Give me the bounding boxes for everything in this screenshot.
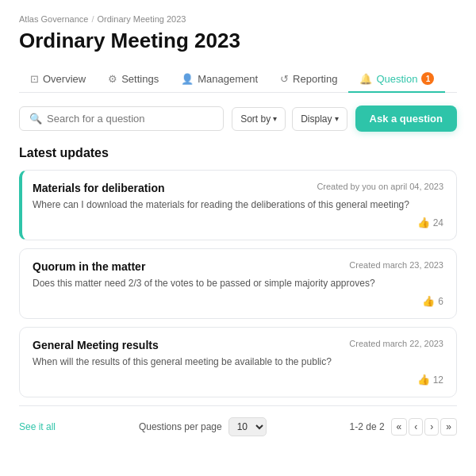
question-card-3: General Meeting results Created march 22… bbox=[19, 327, 457, 397]
sort-chevron-icon: ▾ bbox=[273, 114, 277, 123]
sort-display-group: Sort by ▾ Display ▾ bbox=[232, 107, 347, 131]
like-count-2: 6 bbox=[438, 296, 443, 307]
question-body-2: Does this matter need 2/3 of the votes t… bbox=[33, 276, 443, 290]
question-icon: 🔔 bbox=[359, 73, 372, 85]
question-card-2: Quorum in the matter Created march 23, 2… bbox=[19, 248, 457, 319]
see-all-link[interactable]: See it all bbox=[19, 421, 56, 432]
question-header-2: Quorum in the matter Created march 23, 2… bbox=[33, 260, 443, 273]
display-button[interactable]: Display ▾ bbox=[292, 107, 347, 131]
question-meta-2: Created march 23, 2023 bbox=[349, 260, 443, 270]
breadcrumb-current: Ordinary Meeting 2023 bbox=[98, 14, 186, 24]
tab-overview-label: Overview bbox=[43, 73, 86, 85]
last-page-button[interactable]: » bbox=[440, 418, 457, 436]
like-icon-3[interactable]: 👍 bbox=[417, 374, 430, 386]
question-title-1: Materials for deliberation bbox=[33, 182, 164, 194]
search-box[interactable]: 🔍 bbox=[19, 106, 224, 131]
breadcrumb-parent[interactable]: Atlas Governance bbox=[19, 14, 88, 24]
question-card-1: Materials for deliberation Created by yo… bbox=[19, 170, 457, 240]
per-page-select[interactable]: 5 10 25 50 bbox=[228, 417, 267, 436]
question-footer-2: 👍 6 bbox=[33, 295, 443, 307]
question-footer-1: 👍 24 bbox=[33, 217, 443, 228]
next-page-button[interactable]: › bbox=[424, 418, 439, 436]
search-icon: 🔍 bbox=[29, 113, 42, 125]
search-input[interactable] bbox=[47, 113, 213, 125]
tab-question[interactable]: 🔔 Question 1 bbox=[348, 66, 445, 93]
first-page-button[interactable]: « bbox=[391, 418, 408, 436]
breadcrumb: Atlas Governance / Ordinary Meeting 2023 bbox=[19, 14, 457, 24]
page-nav: 1-2 de 2 « ‹ › » bbox=[350, 418, 457, 436]
question-body-3: When will the results of this general me… bbox=[33, 355, 443, 369]
pagination-bar: See it all Questions per page 5 10 25 50… bbox=[19, 405, 457, 440]
question-footer-3: 👍 12 bbox=[33, 374, 443, 386]
tab-settings[interactable]: ⚙ Settings bbox=[97, 66, 170, 93]
tab-question-label: Question bbox=[376, 73, 417, 85]
per-page-control: Questions per page 5 10 25 50 bbox=[139, 417, 267, 436]
question-title-2: Quorum in the matter bbox=[33, 260, 145, 273]
breadcrumb-separator: / bbox=[91, 14, 94, 24]
display-chevron-icon: ▾ bbox=[335, 114, 339, 123]
question-body-1: Where can I download the materials for r… bbox=[33, 198, 443, 212]
question-header-1: Materials for deliberation Created by yo… bbox=[33, 182, 443, 194]
overview-icon: ⊡ bbox=[30, 73, 39, 85]
page-wrapper: Atlas Governance / Ordinary Meeting 2023… bbox=[0, 0, 476, 454]
questions-list: Materials for deliberation Created by yo… bbox=[19, 170, 457, 397]
tab-management[interactable]: 👤 Management bbox=[170, 66, 269, 93]
question-header-3: General Meeting results Created march 22… bbox=[33, 339, 443, 351]
tabs-nav: ⊡ Overview ⚙ Settings 👤 Management ↺ Rep… bbox=[19, 66, 457, 93]
prev-page-button[interactable]: ‹ bbox=[409, 418, 423, 436]
tab-reporting[interactable]: ↺ Reporting bbox=[269, 66, 348, 93]
like-count-1: 24 bbox=[433, 217, 443, 228]
settings-icon: ⚙ bbox=[108, 73, 117, 85]
question-title-3: General Meeting results bbox=[33, 339, 159, 351]
like-icon-1[interactable]: 👍 bbox=[417, 217, 430, 228]
like-icon-2[interactable]: 👍 bbox=[422, 295, 435, 307]
sort-by-label: Sort by bbox=[240, 113, 271, 125]
like-count-3: 12 bbox=[433, 374, 443, 386]
page-info: 1-2 de 2 bbox=[350, 421, 385, 432]
tab-overview[interactable]: ⊡ Overview bbox=[19, 66, 97, 93]
management-icon: 👤 bbox=[181, 73, 194, 85]
reporting-icon: ↺ bbox=[280, 73, 289, 85]
display-label: Display bbox=[301, 113, 332, 125]
ask-question-button[interactable]: Ask a question bbox=[355, 106, 457, 132]
sort-by-button[interactable]: Sort by ▾ bbox=[232, 107, 286, 131]
section-title: Latest updates bbox=[19, 146, 457, 160]
tab-management-label: Management bbox=[198, 73, 258, 85]
question-meta-3: Created march 22, 2023 bbox=[349, 339, 443, 348]
page-title: Ordinary Meeting 2023 bbox=[19, 29, 457, 53]
tab-reporting-label: Reporting bbox=[293, 73, 337, 85]
per-page-label: Questions per page bbox=[139, 421, 222, 432]
question-badge: 1 bbox=[421, 72, 434, 85]
tab-settings-label: Settings bbox=[121, 73, 159, 85]
toolbar: 🔍 Sort by ▾ Display ▾ Ask a question bbox=[19, 106, 457, 132]
question-meta-1: Created by you on april 04, 2023 bbox=[317, 182, 443, 191]
